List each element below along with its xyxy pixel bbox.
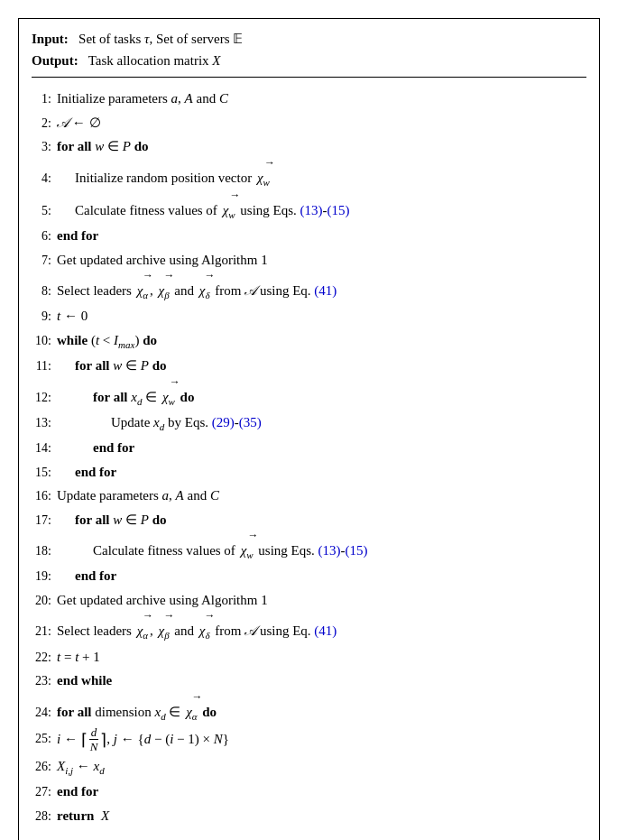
input-line: Input: Set of tasks τ, Set of servers 𝔼: [32, 28, 586, 50]
line-11: 11: for all w ∈ P do: [32, 354, 586, 378]
line-4: 4: Initialize random position vector → χ…: [32, 159, 586, 191]
line-15: 15: end for: [32, 460, 586, 485]
line-13: 13: Update xd by Eqs. (29)-(35): [32, 411, 586, 436]
chi-w-vec-2: → χw: [223, 191, 235, 224]
output-label: Output:: [32, 53, 78, 68]
line-19: 19: end for: [32, 564, 586, 588]
line-24: 24: for all dimension xd ∈ → χα do: [32, 693, 586, 725]
algorithm-box: Input: Set of tasks τ, Set of servers 𝔼 …: [18, 18, 600, 840]
line-7: 7: Get updated archive using Algorithm 1: [32, 248, 586, 272]
line-26: 26: Xi,j ← xd: [32, 754, 586, 780]
line-10: 10: while (t < Imax) do: [32, 328, 586, 354]
line-5: 5: Calculate fitness values of → χw usin…: [32, 191, 586, 224]
line-22: 22: t = t + 1: [32, 645, 586, 669]
line-9: 9: t ← 0: [32, 304, 586, 328]
line-14: 14: end for: [32, 436, 586, 460]
line-16: 16: Update parameters a, A and C: [32, 484, 586, 508]
line-2: 2: 𝒜 ← ∅: [32, 111, 586, 135]
output-line: Output: Task allocation matrix X: [32, 50, 586, 71]
input-label: Input:: [32, 32, 69, 46]
line-27: 27: end for: [32, 780, 586, 804]
line-25: 25: i ← ⌈dN⌉, j ← {d − (i − 1) × N}: [32, 725, 586, 754]
line-20: 20: Get updated archive using Algorithm …: [32, 588, 586, 613]
line-8: 8: Select leaders → χα , → χβ and → χδ f…: [32, 272, 586, 304]
chi-w-vec-1: → χw: [257, 159, 270, 191]
line-1: 1: Initialize parameters a, A and C: [32, 87, 586, 111]
line-18: 18: Calculate fitness values of → χw usi…: [32, 531, 586, 564]
line-23: 23: end while: [32, 669, 586, 693]
line-6: 6: end for: [32, 224, 586, 248]
line-12: 12: for all xd ∈ → χw do: [32, 378, 586, 411]
line-21: 21: Select leaders → χα , → χβ and → χδ …: [32, 612, 586, 644]
line-3: 3: for all w ∈ P do: [32, 134, 586, 159]
line-28: 28: return X: [32, 804, 586, 828]
algorithm-header: Input: Set of tasks τ, Set of servers 𝔼 …: [32, 28, 586, 78]
algorithm-body: 1: Initialize parameters a, A and C 2: 𝒜…: [32, 83, 586, 827]
line-17: 17: for all w ∈ P do: [32, 508, 586, 532]
